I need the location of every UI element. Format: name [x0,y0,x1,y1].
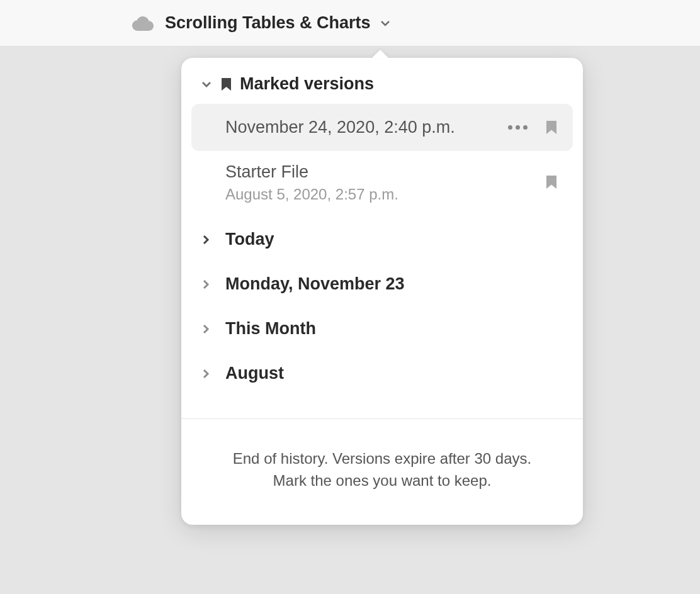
group-label: Monday, November 23 [225,274,405,294]
cloud-icon [132,16,154,31]
chevron-down-icon[interactable] [380,18,391,29]
marked-versions-header[interactable]: Marked versions [191,74,573,104]
version-text: Starter File August 5, 2020, 2:57 p.m. [225,161,546,203]
chevron-right-icon [200,279,212,290]
bookmark-icon [222,78,231,91]
top-bar: Scrolling Tables & Charts [0,0,700,47]
chevron-down-icon [200,78,213,91]
group-label: August [225,364,284,383]
chevron-right-icon [200,323,212,335]
version-timestamp: November 24, 2020, 2:40 p.m. [225,116,508,138]
version-group-this-month[interactable]: This Month [191,306,573,351]
footer-message: End of history. Versions expire after 30… [181,419,583,525]
version-group-today[interactable]: Today [191,217,573,262]
background-area: Marked versions November 24, 2020, 2:40 … [0,47,700,594]
version-history-popover: Marked versions November 24, 2020, 2:40 … [181,58,583,525]
chevron-right-icon [200,234,212,245]
version-row[interactable]: Starter File August 5, 2020, 2:57 p.m. [191,151,573,217]
group-label: Today [225,230,274,249]
section-title: Marked versions [240,74,374,94]
popover-body: Marked versions November 24, 2020, 2:40 … [181,58,583,396]
group-label: This Month [225,319,316,339]
bookmark-icon[interactable] [546,121,556,134]
version-row[interactable]: November 24, 2020, 2:40 p.m. [191,104,573,151]
version-group-date[interactable]: Monday, November 23 [191,262,573,306]
popover-arrow [371,50,389,59]
document-title[interactable]: Scrolling Tables & Charts [165,13,371,33]
version-group-august[interactable]: August [191,351,573,396]
version-text: November 24, 2020, 2:40 p.m. [225,116,508,138]
more-options-button[interactable] [508,125,528,130]
bookmark-icon[interactable] [546,176,556,189]
version-name: Starter File [225,161,546,183]
version-timestamp: August 5, 2020, 2:57 p.m. [225,186,546,203]
chevron-right-icon [200,368,212,379]
